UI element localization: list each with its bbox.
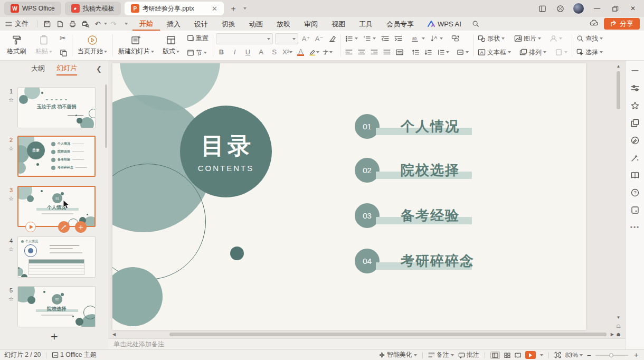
clear-format-icon[interactable] bbox=[327, 33, 338, 44]
play-from-current-button[interactable]: 当页开始 bbox=[75, 33, 110, 58]
share-button[interactable]: 分享 bbox=[604, 18, 640, 30]
undo-icon[interactable]: ↶ bbox=[91, 18, 104, 30]
minimize-button[interactable]: — bbox=[589, 1, 605, 16]
slideshow-dropdown-icon[interactable] bbox=[540, 354, 543, 356]
scroll-down-icon[interactable]: ▼ bbox=[615, 315, 621, 320]
template-sticker-icon[interactable] bbox=[631, 205, 640, 214]
font-family-select[interactable] bbox=[216, 33, 273, 44]
zoom-slider[interactable] bbox=[595, 355, 628, 356]
play-from-slide-button[interactable] bbox=[25, 222, 36, 232]
chart-button-disabled[interactable] bbox=[548, 33, 564, 44]
close-tab-icon[interactable]: ✕ bbox=[212, 5, 217, 13]
convert-smartart-button[interactable] bbox=[450, 33, 461, 44]
paste-button[interactable]: 粘贴 bbox=[31, 35, 57, 56]
tab-document-active[interactable]: P 考研经验分享.pptx ✕ bbox=[125, 2, 224, 15]
notes-status-button[interactable]: 备注 bbox=[428, 350, 454, 359]
picture-button[interactable]: 图片 bbox=[513, 33, 543, 44]
font-size-select[interactable] bbox=[275, 33, 298, 44]
tab-template-store[interactable]: 找稿壳模板 bbox=[65, 2, 121, 15]
tab-list-dropdown[interactable] bbox=[239, 3, 251, 14]
toc-title-circle[interactable]: 目录 CONTENTS bbox=[180, 106, 272, 197]
increase-indent-button[interactable] bbox=[393, 33, 404, 44]
placeholder-button-disabled[interactable] bbox=[553, 46, 569, 58]
zoom-slider-knob[interactable] bbox=[609, 353, 613, 357]
print-preview-icon[interactable] bbox=[79, 18, 91, 30]
arrange-button[interactable]: 排列 bbox=[518, 46, 548, 58]
vertical-text-button[interactable]: A bbox=[429, 33, 444, 44]
scroll-left-icon[interactable]: ◀ bbox=[112, 332, 116, 337]
align-left-button[interactable] bbox=[344, 46, 354, 58]
distribute-button[interactable] bbox=[394, 46, 405, 58]
align-right-button[interactable] bbox=[369, 46, 380, 58]
line-spacing-decrease-button[interactable] bbox=[423, 46, 433, 58]
zoom-in-icon[interactable]: ＋ bbox=[632, 350, 640, 360]
tab-member[interactable]: 会员专享 bbox=[380, 18, 421, 30]
bullets-button[interactable] bbox=[344, 33, 359, 44]
tab-transitions[interactable]: 切换 bbox=[215, 18, 242, 30]
favorite-star-icon[interactable]: ☆ bbox=[8, 246, 14, 253]
smart-tools-icon[interactable] bbox=[631, 153, 640, 162]
line-spacing-button[interactable] bbox=[435, 46, 451, 58]
smart-beautify-button[interactable] bbox=[58, 221, 70, 233]
slide-2-thumbnail-selected[interactable]: 目录 个人情况 院校选择 备考经验 考研碎碎念 bbox=[17, 136, 96, 177]
outline-tab[interactable]: 大纲 bbox=[31, 64, 45, 75]
print-icon[interactable] bbox=[66, 18, 79, 30]
normal-view-icon[interactable] bbox=[490, 352, 500, 359]
horizontal-scrollbar[interactable]: ◀ ▶ bbox=[112, 331, 614, 337]
favorite-star-icon[interactable]: ☆ bbox=[8, 97, 14, 103]
align-objects-button[interactable] bbox=[455, 46, 470, 58]
save-icon[interactable] bbox=[41, 18, 53, 30]
find-button[interactable]: 查找 bbox=[575, 33, 604, 44]
tab-wps-ai[interactable]: WPS AI bbox=[421, 18, 468, 29]
reading-view-icon[interactable] bbox=[515, 353, 521, 358]
select-button[interactable]: 选择 bbox=[575, 46, 604, 58]
slide-3-thumbnail[interactable]: 01 个人情况 bbox=[17, 186, 96, 227]
decrease-indent-button[interactable] bbox=[380, 33, 391, 44]
signature-pen-icon[interactable] bbox=[631, 136, 640, 145]
horizontal-scroll-thumb[interactable] bbox=[169, 333, 607, 336]
tab-insert[interactable]: 插入 bbox=[160, 18, 187, 30]
skin-settings-icon[interactable] bbox=[552, 1, 568, 16]
reset-slide-button[interactable]: 重置 bbox=[185, 32, 210, 44]
user-avatar[interactable] bbox=[573, 3, 584, 14]
justify-button[interactable] bbox=[382, 46, 392, 58]
numbering-button[interactable] bbox=[362, 33, 377, 44]
zoom-level-button[interactable]: 83% bbox=[565, 352, 583, 359]
vertical-scroll-thumb[interactable] bbox=[617, 71, 620, 109]
tab-animations[interactable]: 动画 bbox=[242, 18, 270, 30]
bold-button[interactable]: B bbox=[216, 46, 227, 58]
export-pdf-icon[interactable] bbox=[53, 18, 66, 30]
close-window-button[interactable]: ✕ bbox=[625, 1, 641, 16]
thumbnail-scrollbar[interactable] bbox=[105, 84, 107, 148]
copy-button[interactable] bbox=[58, 47, 69, 59]
text-shadow-button[interactable]: S bbox=[269, 46, 280, 58]
quick-access-more-icon[interactable] bbox=[120, 18, 132, 30]
next-slide-icon[interactable]: ☗ bbox=[615, 332, 621, 337]
favorite-star-icon[interactable]: ☆ bbox=[8, 145, 14, 152]
cloud-saved-icon[interactable] bbox=[590, 19, 599, 29]
increase-font-icon[interactable]: A⁺ bbox=[300, 33, 311, 44]
toc-item-1[interactable]: 01 个人情况 bbox=[355, 114, 460, 139]
add-slide-button[interactable]: ＋ bbox=[0, 328, 108, 344]
line-spacing-increase-button[interactable] bbox=[410, 46, 421, 58]
smart-beautify-status-button[interactable]: 智能美化 bbox=[378, 350, 417, 359]
vertical-scrollbar[interactable]: ▲ ▼ ☖ ☗ bbox=[615, 64, 621, 346]
italic-button[interactable]: I bbox=[229, 46, 240, 58]
toc-item-2[interactable]: 02 院校选择 bbox=[355, 158, 460, 183]
align-center-button[interactable] bbox=[356, 46, 367, 58]
textbox-button[interactable]: A 文本框 bbox=[476, 46, 513, 58]
slide-sorter-view-icon[interactable] bbox=[504, 353, 510, 358]
slides-tab[interactable]: 幻灯片 bbox=[56, 63, 77, 75]
tab-design[interactable]: 设计 bbox=[187, 18, 215, 30]
favorites-star-icon[interactable] bbox=[631, 101, 640, 110]
tab-review[interactable]: 审阅 bbox=[297, 18, 325, 30]
slide-canvas[interactable]: 目录 CONTENTS 01 个人情况 02 院校选择 03 备考经验 04 bbox=[112, 63, 586, 330]
reading-book-icon[interactable] bbox=[631, 170, 640, 179]
redo-icon[interactable]: ↷ bbox=[107, 18, 120, 30]
object-layers-icon[interactable] bbox=[631, 118, 640, 127]
slide-4-thumbnail[interactable]: 个人情况 bbox=[17, 236, 96, 278]
scroll-up-icon[interactable]: ▲ bbox=[615, 64, 621, 69]
superscript-button[interactable]: X² bbox=[282, 46, 293, 58]
format-painter-button[interactable]: 格式刷 bbox=[3, 35, 30, 56]
help-icon[interactable]: ? bbox=[631, 188, 640, 197]
